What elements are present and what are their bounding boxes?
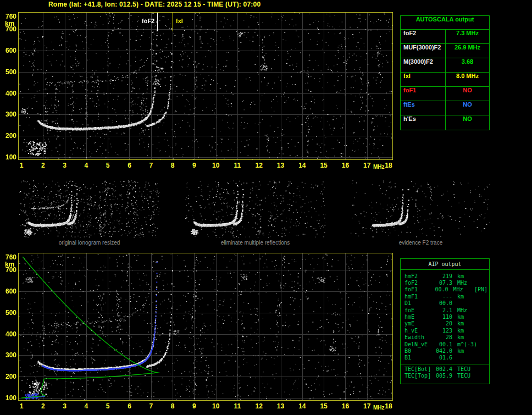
y-tick-400: 400: [1, 90, 16, 97]
thumb-original-ionogram: [19, 180, 159, 237]
aip-param-value: 042.0: [434, 348, 452, 354]
autoscala-param-value: 3.68: [446, 58, 489, 72]
aip-row-TEC[Top]: TEC[Top]005.9TECU: [404, 372, 487, 379]
aip-param-value: 07.3: [434, 280, 452, 286]
autoscala-param-value: 7.3 MHz: [446, 30, 489, 43]
x-tick-6: 6: [122, 402, 136, 410]
x-tick-2: 2: [36, 162, 50, 169]
y-axis-unit-km: km: [5, 20, 14, 27]
thumb-caption-eliminate: eliminate multiple reflections: [185, 240, 325, 246]
thumb-evidence-canvas: [351, 180, 491, 237]
x-tick-1: 1: [14, 402, 29, 410]
aip-param-unit: km: [457, 314, 480, 320]
x-tick-13: 13: [274, 402, 288, 410]
y-tick-300: 300: [1, 351, 16, 359]
autoscala-param-name: foF1: [401, 87, 446, 101]
aip-param-unit: km: [457, 273, 480, 279]
bottom-ionogram-frame: [18, 253, 393, 401]
aip-param-unit: km: [457, 348, 480, 354]
x-tick-3: 3: [58, 162, 72, 169]
autoscala-param-name: M(3000)F2: [401, 58, 446, 72]
aip-param-unit: TECU: [457, 373, 480, 379]
thumb-caption-evidence: evidence F2 trace: [351, 240, 491, 246]
y-tick-400: 400: [1, 330, 16, 338]
x-tick-9: 9: [187, 162, 201, 169]
y-tick-760: 760: [1, 13, 16, 20]
thumb-eliminate-multiples: [185, 180, 325, 237]
x-tick-5: 5: [101, 162, 115, 169]
aip-param-name: D1: [404, 300, 434, 306]
x-tick-8: 8: [165, 162, 180, 169]
aip-param-name: Ewidth: [404, 334, 434, 340]
aip-param-name: DelN_vE: [404, 341, 434, 347]
x-tick-14: 14: [295, 402, 309, 410]
aip-param-name: foF2: [404, 280, 434, 286]
autoscala-row-foF2: foF27.3 MHz: [401, 30, 489, 44]
aip-row-hmE: hmE110km: [404, 313, 487, 320]
autoscala-row-foF1: foF1NO: [401, 87, 489, 101]
x-tick-8: 8: [165, 402, 180, 410]
aip-row-B1: B101.6: [404, 355, 487, 361]
y-axis-unit-km: km: [5, 261, 14, 268]
aip-param-value: 28: [434, 334, 452, 340]
autoscala-param-value: NO: [446, 115, 489, 130]
autoscala-param-value: 26.9 MHz: [446, 44, 489, 58]
x-tick-2: 2: [36, 402, 50, 410]
aip-param-unit: km: [457, 294, 480, 300]
x-tick-1: 1: [14, 162, 29, 169]
x-tick-7: 7: [144, 162, 158, 169]
aip-row-ymE: ymE20km: [404, 320, 487, 327]
aip-param-unit: MHz: [457, 307, 480, 313]
autoscala-param-name: h'Es: [401, 115, 446, 130]
aip-param-name: hmF1: [404, 294, 434, 300]
aip-row-h_vE: h_vE123km: [404, 327, 487, 334]
y-tick-200: 200: [1, 373, 16, 380]
x-tick-11: 11: [230, 402, 245, 410]
aip-tec-rows: TEC[Bot]002.4TECUTEC[Top]005.9TECU: [401, 364, 489, 380]
top-ionogram-frame: [18, 12, 393, 160]
aip-param-name: foF1: [404, 286, 431, 292]
autoscala-param-name: MUF(3000)F2: [401, 44, 446, 58]
x-tick-5: 5: [101, 402, 115, 410]
x-axis-unit-mhz: MHz: [373, 405, 385, 411]
aip-param-name: B1: [404, 355, 434, 361]
aip-param-value: 123: [434, 328, 452, 334]
fxI-marker-label: fxI: [176, 18, 183, 24]
autoscala-param-name: foF2: [401, 30, 446, 43]
page-title: Rome (lat: +41.8, lon: 012.5) - DATE: 20…: [48, 1, 261, 8]
autoscala-row-M(3000)F2: M(3000)F23.68: [401, 58, 489, 73]
autoscala-param-name: fxI: [401, 73, 446, 86]
x-tick-7: 7: [144, 402, 158, 410]
aip-row-Ewidth: Ewidth28km: [404, 334, 487, 341]
aip-title: AIP output: [401, 259, 489, 270]
aip-param-unit: TECU: [457, 366, 480, 372]
autoscala-row-fxI: fxI8.0 MHz: [401, 73, 489, 87]
thumb-eliminate-canvas: [185, 180, 325, 237]
aip-param-value: 20: [434, 320, 452, 327]
foF2-marker-label: foF2: [142, 18, 154, 24]
x-tick-11: 11: [230, 162, 245, 169]
autoscala-row-h'Es: h'EsNO: [401, 115, 489, 130]
aip-param-value: 002.4: [434, 366, 452, 372]
aip-param-unit: MHz: [457, 280, 480, 286]
aip-param-value: 110: [434, 314, 452, 320]
aip-param-value: 219: [434, 273, 452, 279]
x-tick-17: 17: [360, 162, 374, 169]
aip-param-name: TEC[Top]: [404, 373, 434, 379]
aip-row-hmF2: hmF2219km: [404, 273, 487, 279]
autoscala-title: AUTOSCALA output: [401, 16, 489, 30]
aip-param-value: ---: [434, 294, 452, 300]
x-tick-16: 16: [338, 402, 352, 410]
aip-row-foF1: foF100.0MHz[PN]: [404, 286, 487, 293]
aip-row-TEC[Bot]: TEC[Bot]002.4TECU: [404, 366, 487, 372]
aip-param-name: ymE: [404, 320, 434, 327]
x-tick-10: 10: [209, 402, 223, 410]
y-tick-300: 300: [1, 110, 16, 118]
thumb-caption-original: original ionogram resized: [19, 240, 159, 246]
autoscala-param-name: ftEs: [401, 101, 446, 115]
aip-param-name: B0: [404, 348, 434, 354]
x-tick-15: 15: [317, 402, 331, 410]
aip-row-foF2: foF207.3MHz: [404, 279, 487, 286]
aip-row-DelN_vE: DelN_vE00.1m^(-3): [404, 341, 487, 347]
aip-param-value: 01.6: [434, 355, 452, 361]
